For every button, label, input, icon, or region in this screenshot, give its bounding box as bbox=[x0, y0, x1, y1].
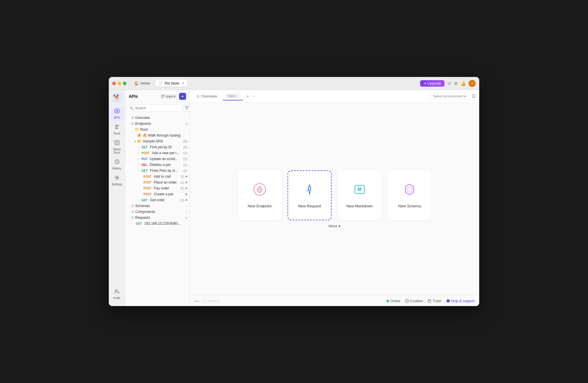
search-wrapper: 🔍 bbox=[128, 105, 182, 112]
add-cart-count: (1) bbox=[181, 175, 184, 178]
delete-pet-label: Deletes a pet bbox=[150, 163, 182, 167]
tree-item-delete-pet[interactable]: › DEL Deletes a pet (1) bbox=[125, 162, 190, 168]
more-tab-options-button[interactable]: ··· bbox=[252, 94, 255, 98]
tree-item-overview[interactable]: ⊙ Overview bbox=[125, 115, 190, 121]
tree-item-add-pet[interactable]: › POST Add a new pet t... (1) bbox=[125, 150, 190, 156]
add-pet-count: (1) bbox=[183, 151, 187, 155]
minimize-button[interactable] bbox=[118, 82, 121, 85]
add-pet-label: Add a new pet t... bbox=[152, 151, 182, 155]
dot-indicator-2 bbox=[186, 182, 187, 183]
tree-item-create-pet[interactable]: POST Create a pet bbox=[125, 191, 190, 197]
tree-item-schemas[interactable]: ⊙ Schemas › bbox=[125, 203, 190, 209]
more-chevron-icon: ▾ bbox=[338, 224, 340, 228]
sidebar-item-apis[interactable]: APIs bbox=[110, 106, 124, 121]
titlebar: 🏠 Home 📄 Pet Store ✕ ✦ Upgrade ↺ ⚙ 🔔 U bbox=[109, 77, 479, 90]
share-docs-label: Share Docs bbox=[111, 148, 123, 154]
ip-request-label: 192.168.10.229:8080... bbox=[144, 221, 187, 226]
status-bar-right: Online Cookies bbox=[387, 299, 475, 303]
tree-item-ip-request[interactable]: GET 192.168.10.229:8080... bbox=[125, 221, 190, 226]
tree-item-walkthrough[interactable]: 🔥 🔥 Walk through Apidog bbox=[125, 132, 190, 138]
sample-chevron-icon: ▾ bbox=[135, 140, 136, 143]
close-button[interactable] bbox=[112, 82, 116, 85]
method-get-badge-ip: GET bbox=[135, 222, 143, 226]
tree-item-requests[interactable]: ⊙ Requests ▾ bbox=[125, 215, 190, 221]
petstore-icon: 📄 bbox=[158, 81, 163, 85]
sidebar-item-share-docs[interactable]: Share Docs bbox=[110, 138, 124, 156]
cookies-button[interactable]: Cookies bbox=[405, 299, 423, 303]
new-endpoint-card[interactable]: New Endpoint bbox=[238, 170, 282, 220]
content-tab-new[interactable]: New... bbox=[222, 92, 243, 100]
cards-area: New Endpoint New Request bbox=[190, 103, 479, 295]
dot-indicator-3 bbox=[186, 187, 187, 189]
svg-point-14 bbox=[203, 299, 207, 303]
svg-text:M: M bbox=[358, 187, 361, 192]
menu-icon[interactable]: ☰ bbox=[472, 93, 476, 99]
tree-item-components[interactable]: ⊙ Components › bbox=[125, 209, 190, 215]
svg-point-18 bbox=[407, 300, 407, 300]
delete-pet-chevron-icon: › bbox=[138, 163, 139, 167]
tab-close-button[interactable]: ✕ bbox=[182, 81, 184, 85]
endpoints-chevron-icon: ▾ bbox=[186, 122, 187, 125]
find-pet-count: (5) bbox=[183, 145, 187, 149]
content-tab-overview[interactable]: ⊙ Overview bbox=[193, 93, 220, 100]
upgrade-button[interactable]: ✦ Upgrade bbox=[420, 80, 445, 87]
sidebar-item-invite[interactable]: Invite bbox=[110, 287, 124, 301]
refresh-icon[interactable]: ↺ bbox=[447, 81, 451, 86]
dot-indicator-1 bbox=[186, 176, 187, 177]
tree-item-place-order[interactable]: POST Place an order (1) bbox=[125, 179, 190, 185]
env-placeholder: Select environment bbox=[433, 94, 463, 98]
tree-item-endpoints[interactable]: ⊙ Endpoints ▾ bbox=[125, 121, 190, 127]
sidebar-item-settings[interactable]: Settings bbox=[110, 173, 124, 188]
sample-apis-label: Sample APIs bbox=[143, 139, 182, 143]
more-row[interactable]: More ▾ bbox=[329, 224, 341, 228]
new-markdown-card[interactable]: M New Markdown bbox=[338, 170, 382, 220]
new-schema-card[interactable]: New Schema bbox=[387, 170, 432, 220]
online-status[interactable]: Online bbox=[387, 299, 400, 303]
new-schema-label: New Schema bbox=[398, 204, 421, 208]
tree-item-sample-apis[interactable]: ▾ 📂 Sample APIs (9) bbox=[125, 138, 190, 144]
sample-apis-count: (9) bbox=[183, 140, 187, 143]
sidebar-item-history[interactable]: History bbox=[110, 157, 124, 172]
icon-sidebar-bottom: Invite bbox=[110, 287, 124, 301]
collapse-sidebar-button[interactable]: ⟵ bbox=[195, 299, 201, 303]
tree-item-root[interactable]: 📁 Root bbox=[125, 127, 190, 132]
user-avatar[interactable]: U bbox=[469, 80, 476, 87]
delete-pet-count: (1) bbox=[183, 163, 187, 167]
add-new-button[interactable]: + bbox=[179, 93, 186, 100]
tab-petstore[interactable]: 📄 Pet Store ✕ bbox=[155, 80, 187, 87]
svg-point-7 bbox=[116, 290, 117, 291]
new-request-card[interactable]: New Request bbox=[288, 170, 332, 220]
trash-button[interactable]: Trash bbox=[427, 299, 441, 303]
tree-item-pay-order[interactable]: POST Pay order (1) bbox=[125, 185, 190, 191]
endpoints-label: Endpoints bbox=[135, 122, 185, 126]
svg-point-16 bbox=[406, 300, 407, 301]
bell-icon[interactable]: 🔔 bbox=[461, 81, 466, 86]
maximize-button[interactable] bbox=[123, 82, 126, 85]
project-avatar[interactable]: 🐕 bbox=[112, 92, 122, 103]
tree-item-finds-pets[interactable]: › GET Finds Pets by st... (2) bbox=[125, 168, 190, 174]
search-input[interactable] bbox=[128, 105, 182, 112]
tree-item-update-pet[interactable]: › PUT Update an existi... (2) bbox=[125, 156, 190, 162]
filter-button[interactable] bbox=[183, 104, 190, 112]
tab-home[interactable]: 🏠 Home bbox=[131, 80, 153, 87]
tree-item-get-order[interactable]: › GET Get order (1) bbox=[125, 197, 190, 203]
pay-order-label: Pay order bbox=[154, 186, 179, 190]
tree-item-add-cart[interactable]: POST Add to cart (1) bbox=[125, 174, 190, 179]
new-endpoint-icon bbox=[253, 182, 267, 199]
endpoints-icon: ⊙ bbox=[131, 122, 134, 126]
environment-selector[interactable]: Select environment ▾ bbox=[430, 93, 469, 100]
help-button[interactable]: ? Help & support bbox=[446, 299, 475, 303]
settings-icon[interactable]: ⚙ bbox=[454, 81, 458, 86]
branch-selector[interactable]: main ▾ bbox=[160, 94, 177, 99]
folder-icon: 📁 bbox=[135, 127, 139, 132]
add-tab-button[interactable]: + bbox=[246, 94, 249, 99]
sidebar-item-tests[interactable]: Tests bbox=[110, 122, 124, 137]
settings-label: Settings bbox=[111, 183, 122, 186]
tree-item-find-pet[interactable]: › GET Find pet by ID (5) bbox=[125, 144, 190, 150]
svg-point-6 bbox=[116, 177, 118, 179]
place-order-count: (1) bbox=[181, 181, 184, 184]
branch-chevron-icon: ▾ bbox=[174, 95, 176, 98]
env-chevron-icon: ▾ bbox=[464, 94, 466, 98]
method-get-badge-2: GET bbox=[140, 169, 149, 173]
pay-order-count: (1) bbox=[181, 187, 184, 190]
